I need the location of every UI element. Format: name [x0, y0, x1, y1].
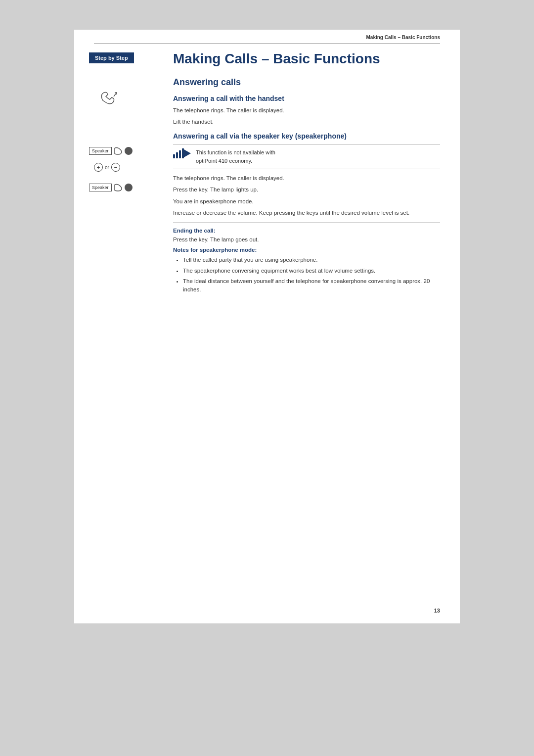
header-bar: Making Calls – Basic Functions	[74, 30, 460, 43]
speaker-bracket-svg2	[114, 183, 123, 192]
speaker-key-row1: Speaker	[89, 146, 163, 156]
bar2	[176, 152, 178, 158]
speaker-button-label1[interactable]: Speaker	[89, 147, 112, 155]
minus-icon: −	[111, 163, 120, 172]
notes-label: Notes for speakerphone mode:	[173, 247, 440, 253]
note-icon-area	[173, 148, 191, 158]
handset-icon	[99, 91, 118, 104]
handset-desc2: Lift the handset.	[173, 118, 440, 126]
page-main-title: Making Calls – Basic Functions	[173, 50, 440, 67]
handset-body: The telephone rings. The caller is displ…	[173, 106, 440, 127]
speaker-bracket-icon	[114, 146, 123, 156]
plus-icon: +	[94, 163, 103, 172]
bar3	[179, 150, 181, 158]
note-text1: This function is not available with	[196, 148, 275, 157]
lamp-circle2	[125, 184, 133, 191]
bars-icon	[173, 148, 184, 158]
subsection-speaker-title: Answering a call via the speaker key (sp…	[173, 132, 440, 140]
ending-desc: Press the key. The lamp goes out.	[173, 236, 440, 244]
note-text2: optiPoint 410 economy.	[196, 157, 275, 165]
section-answering-title: Answering calls	[173, 77, 440, 88]
subsection-handset-title: Answering a call with the handset	[173, 94, 440, 102]
speaker-button-label2[interactable]: Speaker	[89, 184, 112, 191]
speaker-bracket-icon2	[114, 183, 123, 192]
volume-row: + or −	[89, 163, 163, 172]
sidebar-speaker-area: Speaker + or −	[89, 141, 163, 192]
sidebar-speaker2-wrapper: Speaker	[89, 183, 163, 192]
page-number: 13	[434, 608, 440, 614]
volume-desc: Increase or decrease the volume. Keep pr…	[173, 209, 440, 217]
speaker-desc2: Press the key. The lamp lights up.	[173, 186, 440, 194]
bullet-item-1: Tell the called party that you are using…	[183, 256, 440, 264]
svg-line-0	[114, 93, 117, 96]
page: Making Calls – Basic Functions Step by S…	[74, 30, 460, 623]
ending-label: Ending the call:	[173, 228, 440, 234]
speaker-lamp-icon1	[114, 146, 123, 156]
speaker-desc1: The telephone rings. The caller is displ…	[173, 174, 440, 183]
ending-rule	[173, 222, 440, 223]
sidebar-handset-area	[89, 91, 163, 106]
speaker-desc3: You are in speakerphone mode.	[173, 197, 440, 206]
main-content: Making Calls – Basic Functions Answering…	[163, 44, 460, 299]
lamp-circle1	[125, 147, 133, 155]
arrow-right-icon	[184, 149, 191, 157]
note-box: This function is not available with opti…	[173, 144, 440, 169]
sidebar: Step by Step Speaker	[74, 44, 163, 299]
or-label: or	[105, 165, 109, 170]
note-text-area: This function is not available with opti…	[196, 148, 275, 165]
content-area: Step by Step Speaker	[74, 44, 460, 329]
bullet-list: Tell the called party that you are using…	[173, 256, 440, 294]
step-by-step-badge: Step by Step	[89, 52, 134, 63]
bullet-item-2: The speakerphone conversing equipment wo…	[183, 267, 440, 275]
handset-desc1: The telephone rings. The caller is displ…	[173, 106, 440, 115]
bar1	[173, 154, 175, 158]
header-title: Making Calls – Basic Functions	[366, 35, 440, 40]
bullet-item-3: The ideal distance between yourself and …	[183, 277, 440, 294]
